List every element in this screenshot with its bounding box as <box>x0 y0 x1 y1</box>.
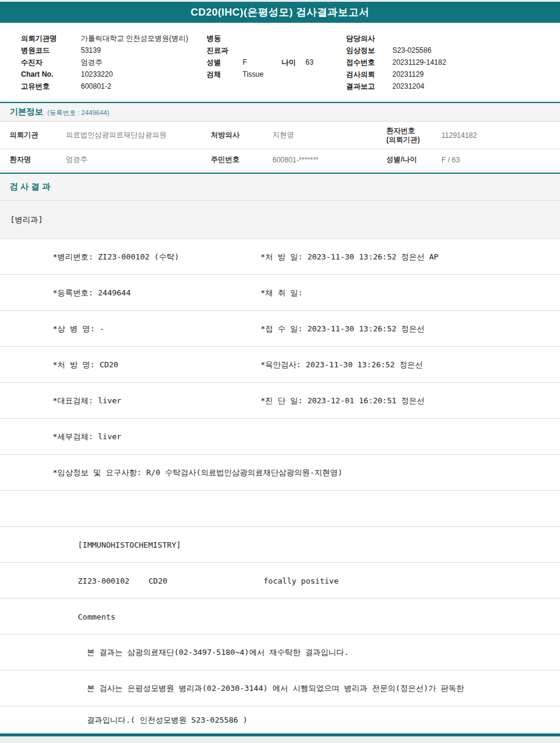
field-value: 63 <box>305 58 313 67</box>
field-label: 접수번호 <box>346 58 392 68</box>
header-field-department: 진료과 <box>207 44 313 56</box>
field-label: 고유번호 <box>21 81 81 92</box>
detail-left: *세부검체: liver <box>53 431 122 442</box>
detail-row-diagnosis-name: *상 병 명: - *접 수 일: 2023-11-30 13:26:52 정은… <box>0 311 560 347</box>
report-title-bar: CD20(IHC)(은평성모) 검사결과보고서 <box>0 2 560 23</box>
section-title: 기본정보 <box>10 107 43 117</box>
detail-row-main-specimen: *대표검체: liver *진 단 일: 2023-12-01 16:20:51… <box>0 383 560 419</box>
department-label: [병리과] <box>10 215 43 225</box>
header-column-right: 담당의사 임상정보 S23-025586 접수번호 20231129-14182… <box>346 32 446 92</box>
basic-info-section-header: 기본정보 (등록번호 : 2449644) <box>0 102 560 122</box>
detail-left: *병리번호: ZI23-000102 (수탁) <box>53 252 179 262</box>
comment-line: 결과입니다.( 인천성모병원 S23-025586 ) <box>87 715 247 726</box>
table-row: 의뢰기관 의료법인삼광의료재단삼광의원 처방의사 지현영 환자번호(의뢰기관) … <box>0 122 560 149</box>
field-value: 600801-2 <box>81 82 111 90</box>
patient-name-value: 엄경주 <box>66 155 211 165</box>
field-label: 나이 <box>281 58 305 68</box>
registration-note: (등록번호 : 2449644) <box>47 108 109 117</box>
comment-row: 본 결과는 삼광의료재단(02-3497-5180~4)에서 재수탁한 결과입니… <box>0 635 560 670</box>
header-column-left: 의뢰기관명 가톨릭대학교 인천성모병원(병리) 병원코드 53139 수진자 엄… <box>21 32 188 92</box>
basic-info-table: 의뢰기관 의료법인삼광의료재단삼광의원 처방의사 지현영 환자번호(의뢰기관) … <box>0 122 560 171</box>
detail-row-clinical-request: *임상정보 및 요구사항: R/0 수탁검사(의료법인삼광의료재단삼광의원-지현… <box>0 455 560 491</box>
detail-right: *육안검사: 2023-11-30 13:26:52 정은선 <box>261 360 423 370</box>
results-section-header: 검 사 결 과 <box>0 173 560 201</box>
detail-left: *등록번호: 2449644 <box>53 288 131 298</box>
detail-right: *접 수 일: 2023-11-30 13:26:52 정은선 <box>261 324 425 334</box>
referring-org-value: 의료법인삼광의료재단삼광의원 <box>66 130 211 140</box>
field-label: 검사의뢰 <box>346 70 392 80</box>
prescribing-doctor-value: 지현영 <box>273 130 386 140</box>
detail-left: *처 방 명: CD20 <box>53 360 118 370</box>
department-row: [병리과] <box>0 201 560 239</box>
comment-row: 결과입니다.( 인천성모병원 S23-025586 ) <box>0 706 560 733</box>
field-label: 의뢰기관명 <box>21 34 81 44</box>
patient-header: 의뢰기관명 가톨릭대학교 인천성모병원(병리) 병원코드 53139 수진자 엄… <box>0 23 560 102</box>
field-value: Tissue <box>243 70 264 78</box>
table-row: 환자명 엄경주 주민번호 600801-******* 성별/나이 F / 63 <box>0 149 560 171</box>
detail-left: *상 병 명: - <box>53 324 104 334</box>
field-label: 병원코드 <box>21 46 81 56</box>
header-field-org-name: 의뢰기관명 가톨릭대학교 인천성모병원(병리) <box>21 32 188 44</box>
detail-row-registration-no: *등록번호: 2449644 *채 취 일: <box>0 275 560 311</box>
comment-line: 본 검사는 은평성모병원 병리과(02-2030-3144) 에서 시행되었으며… <box>87 683 464 694</box>
detail-row-order-name: *처 방 명: CD20 *육안검사: 2023-11-30 13:26:52 … <box>0 347 560 383</box>
detail-left: *대표검체: liver <box>53 395 122 406</box>
patient-id-label-line1: 환자번호 <box>386 126 441 135</box>
patient-id-value: 112914182 <box>441 131 560 140</box>
header-field-sex-age: 성별 F 나이 63 <box>207 56 313 68</box>
resident-no-label: 주민번호 <box>211 155 273 165</box>
header-column-middle: 병동 진료과 성별 F 나이 63 검체 Tissue <box>207 32 313 80</box>
sex-age-label: 성별/나이 <box>386 155 441 165</box>
field-label: 성별 <box>207 58 243 68</box>
report-page: CD20(IHC)(은평성모) 검사결과보고서 의뢰기관명 가톨릭대학교 인천성… <box>0 0 560 743</box>
ihc-section-label: [IMMUNOHISTOCHEMISTRY] <box>78 540 181 549</box>
field-value: 20231129 <box>392 70 424 78</box>
result-test-name: CD20 <box>149 576 167 585</box>
patient-name-label: 환자명 <box>10 155 66 165</box>
section-title: 검 사 결 과 <box>10 182 50 192</box>
comments-label: Comments <box>78 612 116 621</box>
header-field-specimen: 검체 Tissue <box>207 68 313 80</box>
bottom-strip <box>0 736 560 743</box>
comment-line: 본 결과는 삼광의료재단(02-3497-5180~4)에서 재수탁한 결과입니… <box>87 647 349 658</box>
field-value: 가톨릭대학교 인천성모병원(병리) <box>81 34 188 44</box>
field-label: 검체 <box>207 70 243 80</box>
header-field-attending-doctor: 담당의사 <box>346 32 446 44</box>
header-field-hospital-code: 병원코드 53139 <box>21 44 188 56</box>
field-label: 진료과 <box>207 46 243 56</box>
sex-age-value: F / 63 <box>441 156 560 164</box>
field-label: 담당의사 <box>346 34 392 44</box>
result-code: ZI23-000102 <box>78 576 129 585</box>
comments-header-row: Comments <box>0 599 560 635</box>
header-field-patient: 수진자 엄경주 <box>21 56 188 68</box>
header-field-ward: 병동 <box>207 32 313 44</box>
detail-row-sub-specimen: *세부검체: liver <box>0 419 560 455</box>
header-field-request-date: 검사의뢰 20231129 <box>346 68 446 80</box>
prescribing-doctor-label: 처방의사 <box>211 130 273 140</box>
field-label: 병동 <box>207 34 243 44</box>
field-value: 20231129-14182 <box>392 58 446 67</box>
detail-right: *처 방 일: 2023-11-30 13:26:52 정은선 AP <box>261 252 438 262</box>
detail-row-pathology-no: *병리번호: ZI23-000102 (수탁) *처 방 일: 2023-11-… <box>0 239 560 275</box>
report-title: CD20(IHC)(은평성모) 검사결과보고서 <box>190 5 370 19</box>
referring-org-label: 의뢰기관 <box>10 130 66 140</box>
field-value: 53139 <box>81 46 101 55</box>
results-body: *병리번호: ZI23-000102 (수탁) *처 방 일: 2023-11-… <box>0 239 560 733</box>
patient-id-label: 환자번호(의뢰기관) <box>386 126 441 144</box>
spacer-row <box>0 491 560 527</box>
detail-right: *채 취 일: <box>261 288 302 298</box>
detail-right: *진 단 일: 2023-12-01 16:20:51 정은선 <box>261 395 425 406</box>
header-field-clinical-info: 임상정보 S23-025586 <box>346 44 446 56</box>
field-value: 10233220 <box>81 70 113 78</box>
field-value: 엄경주 <box>81 58 102 68</box>
header-field-unique-no: 고유번호 600801-2 <box>21 80 188 92</box>
field-label: 결과보고 <box>346 81 392 92</box>
comment-row: 본 검사는 은평성모병원 병리과(02-2030-3144) 에서 시행되었으며… <box>0 670 560 706</box>
field-label: 수진자 <box>21 58 81 68</box>
field-label: Chart No. <box>21 70 81 78</box>
header-field-report-date: 결과보고 20231204 <box>346 80 446 92</box>
header-field-chart-no: Chart No. 10233220 <box>21 68 188 80</box>
result-value: focally positive <box>264 576 338 585</box>
result-row: ZI23-000102 CD20 focally positive <box>0 563 560 599</box>
ihc-header-row: [IMMUNOHISTOCHEMISTRY] <box>0 527 560 563</box>
